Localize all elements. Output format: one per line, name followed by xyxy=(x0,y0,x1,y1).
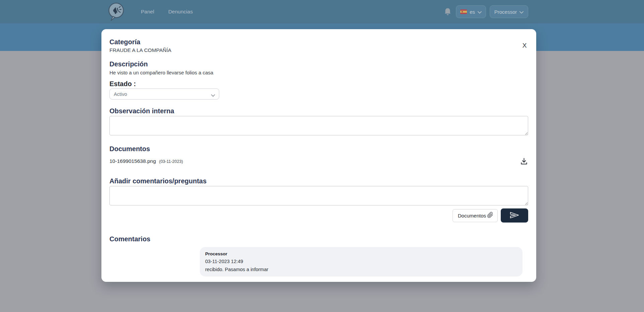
description-value: He visto a un compañero llevarse folios … xyxy=(109,70,528,76)
comments-section: Comentarios Processor 03-11-2023 12:49 r… xyxy=(109,235,528,276)
app-logo-megaphone-icon[interactable] xyxy=(107,2,125,21)
category-value: FRAUDE A LA COMPAÑÍA xyxy=(109,47,528,53)
status-label: Estado : xyxy=(109,80,528,88)
close-icon[interactable]: X xyxy=(520,41,529,50)
top-navbar: Panel Denuncias es Processor xyxy=(0,0,644,23)
category-section: Categoría FRAUDE A LA COMPAÑÍA xyxy=(109,38,528,53)
nav-item-denuncias[interactable]: Denuncias xyxy=(168,9,193,15)
notifications-bell-icon[interactable] xyxy=(444,0,452,23)
comment-author: Processor xyxy=(205,251,517,257)
internal-observation-textarea[interactable] xyxy=(109,116,528,135)
send-comment-button[interactable] xyxy=(501,208,528,223)
comments-label: Comentarios xyxy=(109,235,528,243)
category-label: Categoría xyxy=(109,38,528,46)
paperclip-icon xyxy=(487,212,493,219)
chevron-down-icon xyxy=(519,9,524,15)
report-detail-modal: X Categoría FRAUDE A LA COMPAÑÍA Descrip… xyxy=(101,29,536,282)
nav-item-panel[interactable]: Panel xyxy=(141,9,154,15)
attach-documents-button[interactable]: Documentos xyxy=(453,209,498,222)
download-icon[interactable] xyxy=(520,157,528,166)
file-name: 10-1699015638.png xyxy=(109,158,156,164)
documents-label: Documentos xyxy=(109,145,528,153)
chevron-down-icon xyxy=(478,9,482,15)
language-selector[interactable]: es xyxy=(456,5,486,18)
add-comments-section: Añadir comentarios/preguntas Documentos xyxy=(109,177,528,223)
file-info: 10-1699015638.png (03-11-2023) xyxy=(109,158,183,164)
status-select[interactable]: Activo xyxy=(109,88,219,100)
internal-observation-label: Observación interna xyxy=(109,107,528,115)
file-date: (03-11-2023) xyxy=(159,159,183,164)
document-file-row: 10-1699015638.png (03-11-2023) xyxy=(109,157,528,166)
documents-section: Documentos 10-1699015638.png (03-11-2023… xyxy=(109,145,528,166)
description-section: Descripción He visto a un compañero llev… xyxy=(109,60,528,76)
spain-flag-icon xyxy=(460,9,467,14)
add-comments-textarea[interactable] xyxy=(109,186,528,205)
user-name: Processor xyxy=(494,9,517,15)
paper-plane-icon xyxy=(509,211,519,220)
language-code: es xyxy=(470,9,475,15)
attach-documents-label: Documentos xyxy=(458,213,486,219)
internal-observation-section: Observación interna xyxy=(109,107,528,135)
comment-text: recibido. Pasamos a informar xyxy=(205,266,517,272)
add-comments-label: Añadir comentarios/preguntas xyxy=(109,177,528,185)
main-nav: Panel Denuncias xyxy=(141,0,193,23)
comment-item: Processor 03-11-2023 12:49 recibido. Pas… xyxy=(200,247,522,276)
user-menu-button[interactable]: Processor xyxy=(490,5,528,18)
comment-timestamp: 03-11-2023 12:49 xyxy=(205,258,517,264)
comment-actions-row: Documentos xyxy=(109,208,528,223)
status-section: Estado : Activo xyxy=(109,80,528,100)
description-label: Descripción xyxy=(109,60,528,68)
